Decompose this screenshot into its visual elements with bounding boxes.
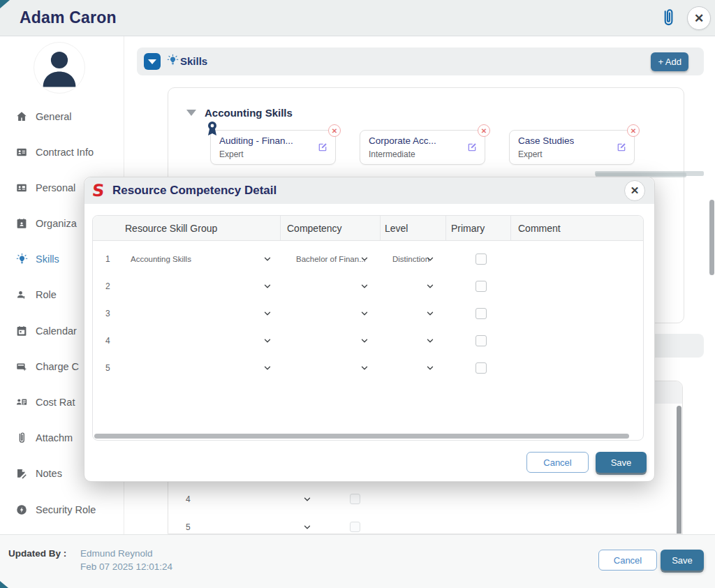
app-logo-icon: S — [91, 181, 105, 200]
chevron-down-icon — [425, 281, 435, 291]
level-dropdown[interactable] — [381, 354, 446, 381]
chevron-down-icon — [360, 363, 369, 373]
level-dropdown[interactable] — [381, 327, 446, 354]
chevron-down-icon[interactable] — [302, 522, 312, 532]
comment-cell[interactable] — [511, 354, 643, 381]
avatar — [34, 42, 85, 94]
competency-dropdown[interactable] — [281, 272, 381, 300]
modal-save-button[interactable]: Save — [596, 452, 647, 473]
primary-checkbox[interactable] — [476, 253, 487, 265]
personal-icon — [15, 181, 29, 195]
resource-detail-window: Adam Caron ✕ General Contract Info Perso… — [0, 0, 715, 588]
chevron-down-icon — [425, 336, 435, 346]
sidebar-item-label: Personal — [36, 182, 75, 193]
column-header: Comment — [511, 216, 643, 240]
skill-name: Case Studies — [518, 135, 574, 146]
chevron-down-icon — [425, 254, 435, 264]
comment-cell[interactable] — [511, 245, 643, 272]
comment-cell[interactable] — [511, 327, 643, 354]
primary-checkbox[interactable] — [476, 362, 487, 374]
skill-card-auditing[interactable]: Auditing - Finan... Expert ✕ — [210, 130, 336, 165]
skill-name: Corporate Acc... — [369, 135, 436, 146]
cost-rate-icon — [15, 395, 29, 409]
chevron-down-icon — [263, 336, 272, 346]
skill-group-dropdown[interactable] — [119, 354, 281, 381]
competency-dropdown[interactable] — [281, 300, 381, 327]
contract-info-icon — [15, 145, 29, 159]
chevron-down-icon[interactable] — [302, 494, 312, 504]
sidebar-item-contract-info[interactable]: Contract Info — [0, 142, 124, 163]
sidebar-item-security-role[interactable]: Security Role — [0, 499, 124, 520]
chevron-down-icon — [425, 309, 435, 318]
level-dropdown[interactable] — [381, 300, 446, 327]
edit-skill-icon[interactable] — [616, 142, 627, 153]
obscured-text — [595, 171, 704, 176]
skill-name: Auditing - Finan... — [219, 135, 293, 146]
resource-competency-detail-modal: S Resource Competency Detail ✕ Resource … — [84, 177, 655, 482]
skill-level: Expert — [219, 149, 244, 159]
footer-cancel-button[interactable]: Cancel — [598, 550, 657, 571]
comment-cell[interactable] — [511, 300, 643, 327]
skill-group-dropdown[interactable] — [119, 327, 281, 354]
competency-dropdown[interactable] — [281, 354, 381, 381]
level-dropdown[interactable]: Distinction — [381, 245, 446, 272]
collapse-section-icon[interactable] — [144, 53, 161, 70]
edit-skill-icon[interactable] — [317, 142, 328, 153]
remove-skill-icon[interactable]: ✕ — [478, 124, 490, 137]
skills-section-title: Skills — [180, 55, 207, 67]
table-row: 4 — [168, 492, 682, 513]
add-skill-button[interactable]: + Add — [651, 52, 688, 71]
edit-skill-icon[interactable] — [466, 142, 478, 153]
sidebar-item-label: Security Role — [36, 504, 96, 515]
skill-card-corporate[interactable]: Corporate Acc... Intermediate ✕ — [360, 130, 485, 165]
home-icon — [15, 110, 29, 124]
attachment-paperclip-icon[interactable] — [659, 8, 677, 29]
chevron-down-icon — [263, 254, 272, 264]
horizontal-scrollbar[interactable] — [94, 434, 629, 439]
vertical-scrollbar[interactable] — [677, 406, 681, 534]
security-role-icon — [15, 503, 29, 517]
modal-cancel-button[interactable]: Cancel — [526, 452, 589, 473]
skills-section-bar: Skills + Add — [137, 47, 704, 75]
primary-checkbox[interactable] — [350, 522, 360, 532]
primary-checkbox[interactable] — [476, 335, 487, 346]
primary-checkbox[interactable] — [476, 281, 487, 292]
table-row: 4 — [93, 327, 643, 354]
primary-checkbox[interactable] — [476, 308, 487, 319]
primary-checkbox[interactable] — [350, 494, 360, 504]
charge-out-icon — [15, 360, 29, 374]
row-number: 2 — [93, 281, 119, 291]
competency-dropdown[interactable] — [281, 327, 381, 354]
modal-close-icon[interactable]: ✕ — [624, 180, 645, 201]
competency-value: Bachelor of Finan... — [296, 255, 366, 263]
row-number: 3 — [93, 309, 119, 318]
sidebar-item-label: Contract Info — [36, 147, 94, 158]
remove-skill-icon[interactable]: ✕ — [328, 124, 341, 137]
sidebar-item-general[interactable]: General — [0, 106, 124, 127]
attachments-paperclip-icon — [15, 431, 29, 445]
window-close-icon[interactable]: ✕ — [687, 6, 711, 30]
competency-dropdown[interactable]: Bachelor of Finan... — [281, 245, 381, 272]
page-footer: Updated By : Edmund Reynold Feb 07 2025 … — [0, 534, 715, 588]
footer-save-button[interactable]: Save — [661, 550, 704, 571]
corner-fold-decoration — [0, 581, 8, 588]
page-vertical-scrollbar[interactable] — [709, 200, 714, 275]
group-collapse-icon[interactable] — [186, 110, 196, 116]
level-dropdown[interactable] — [381, 272, 446, 300]
skill-card-case-studies[interactable]: Case Studies Expert ✕ — [509, 130, 635, 165]
sidebar-item-label: Charge C — [36, 361, 79, 372]
competency-table: Resource Skill Group Competency Level Pr… — [92, 215, 644, 441]
remove-skill-icon[interactable]: ✕ — [627, 124, 640, 137]
skill-group-dropdown[interactable] — [119, 300, 281, 327]
skills-section-lightbulb-icon — [166, 54, 179, 67]
skill-group-dropdown[interactable] — [119, 272, 281, 300]
table-row: 3 — [93, 300, 643, 327]
comment-cell[interactable] — [511, 272, 643, 300]
calendar-icon — [15, 324, 29, 338]
skill-group-dropdown[interactable]: Accounting Skills — [119, 245, 281, 272]
table-row: 5 — [168, 520, 682, 534]
table-row: 1 Accounting Skills Bachelor of Finan...… — [93, 245, 643, 272]
chevron-down-icon — [360, 254, 369, 264]
chevron-down-icon — [263, 281, 272, 291]
sidebar-item-label: General — [36, 111, 72, 122]
